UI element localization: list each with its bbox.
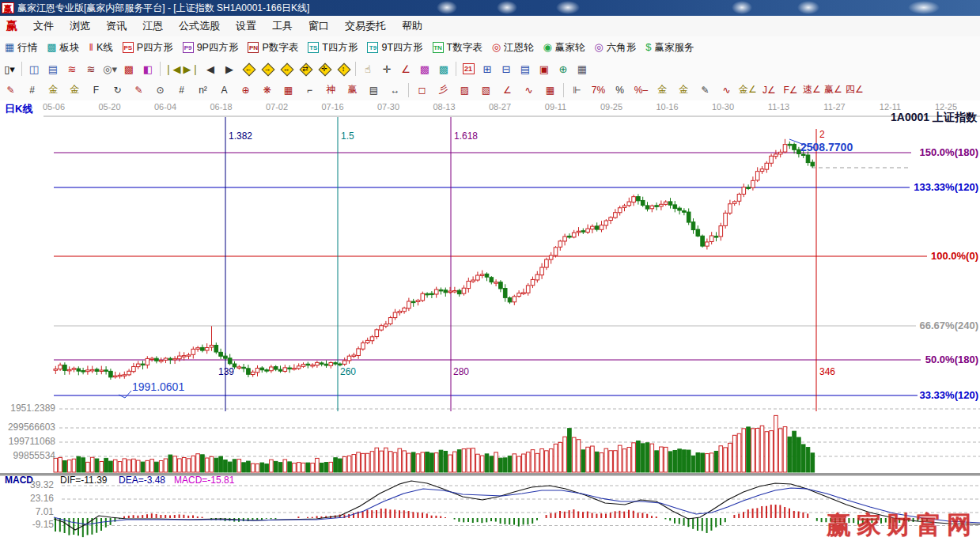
menu-item-0[interactable]: 文件 xyxy=(25,17,62,35)
ying-angle-tool[interactable]: 赢∠ xyxy=(823,81,844,99)
speed-angle-tool[interactable]: 速∠ xyxy=(801,81,823,99)
sectors-button[interactable]: ▩板块 xyxy=(42,38,84,57)
compress-h-icon[interactable]: ⇄ xyxy=(296,60,315,78)
next-bar-icon[interactable]: ▶ xyxy=(220,60,239,78)
date-tick-12: 10-30 xyxy=(707,102,739,112)
grid-calc-icon[interactable]: ⊟ xyxy=(497,60,516,78)
ninep-square-button[interactable]: P99P四方形 xyxy=(178,38,244,57)
expand-h-icon[interactable]: ↔ xyxy=(277,60,296,78)
winner-service-button[interactable]: $赢家服务 xyxy=(641,38,698,57)
gold-angle-tool[interactable]: 金∠ xyxy=(737,81,759,99)
purple-pattern-icon[interactable]: ▩ xyxy=(415,60,434,78)
t-percent-tool[interactable]: 7% xyxy=(588,81,609,99)
ninet-square-button[interactable]: T99T四方形 xyxy=(362,38,427,57)
hash-grid-tool[interactable]: # xyxy=(21,81,43,99)
brush-tool[interactable]: ✎ xyxy=(694,81,716,99)
first-bar-icon[interactable]: ❘◀ xyxy=(163,60,182,78)
stamp-icon[interactable]: ▩ xyxy=(119,60,138,78)
calculator-icon[interactable]: ⊞ xyxy=(478,60,497,78)
low-price-label: 1991.0601 xyxy=(132,381,184,393)
window-title: 赢家江恩专业版[赢家内部服务平台] - [上证指数 SH1A0001-166日K… xyxy=(17,2,309,15)
gann-wheel-button[interactable]: ◎江恩轮 xyxy=(487,38,539,57)
pencil2-tool[interactable]: ✎ xyxy=(128,81,149,99)
angle-a-tool[interactable]: A xyxy=(214,81,235,99)
pattern-window-icon[interactable]: ◫ xyxy=(25,60,44,78)
network-icon[interactable]: ⊕ xyxy=(554,60,573,78)
gold-circle-tool[interactable]: 金 xyxy=(652,81,673,99)
f-angle-tool[interactable]: F∠ xyxy=(780,81,801,99)
capsule-dropdown[interactable]: ◎▾ xyxy=(100,60,119,78)
quotes-button[interactable]: ▦行情 xyxy=(0,38,42,57)
si-angle-tool[interactable]: 四∠ xyxy=(844,81,865,99)
menu-item-9[interactable]: 帮助 xyxy=(394,17,430,35)
save-icon[interactable]: ▣ xyxy=(535,60,554,78)
hash2-tool[interactable]: # xyxy=(171,81,192,99)
date-tick-14: 11-27 xyxy=(819,102,850,112)
ying-tool[interactable]: 赢 xyxy=(342,81,363,99)
ruler-123-tool[interactable]: ▤ xyxy=(363,81,384,99)
spiderweb-tool[interactable]: ❋ xyxy=(256,81,278,99)
winner-wheel-button[interactable]: ◉赢家轮 xyxy=(539,38,590,57)
wave3-icon[interactable]: ≋ xyxy=(62,60,81,78)
notes-icon[interactable]: ▤ xyxy=(516,60,535,78)
vertical-ruler-tool[interactable]: ⊩ xyxy=(566,81,588,99)
protractor-icon[interactable]: ∠ xyxy=(396,60,415,78)
fan-box-tool[interactable]: ▨ xyxy=(454,81,475,99)
angle-line-tool[interactable]: ∠ xyxy=(497,81,518,99)
width-arrow-tool[interactable]: ↔ xyxy=(384,81,406,99)
color-chart-icon[interactable]: ◧ xyxy=(138,60,157,78)
crosshair-icon[interactable]: ✛ xyxy=(377,60,396,78)
gann-133-label: 133.33%(120) xyxy=(914,182,978,193)
t-number-table-button[interactable]: TNT数字表 xyxy=(428,38,487,57)
spiral-tool[interactable]: ↻ xyxy=(107,81,128,99)
remote-pc-icon[interactable]: ▦ xyxy=(573,60,592,78)
j-angle-tool[interactable]: J∠ xyxy=(759,81,780,99)
gold-grid2-tool[interactable]: 金 xyxy=(64,81,85,99)
p-square-button[interactable]: PSP四方形 xyxy=(118,38,178,57)
hand-tool-icon[interactable]: ☝ xyxy=(358,60,377,78)
quote-mark-tool[interactable]: ⌐ xyxy=(299,81,320,99)
kline-button[interactable]: ‖K线 xyxy=(85,38,118,57)
calendar-21-icon[interactable]: 21 xyxy=(459,60,478,78)
fan-lines-tool[interactable]: 彡 xyxy=(433,81,454,99)
menu-item-3[interactable]: 江恩 xyxy=(134,17,171,35)
menu-item-6[interactable]: 工具 xyxy=(264,17,301,35)
pencil-tool[interactable]: ✎ xyxy=(0,81,21,99)
gann-circle-tool[interactable]: ⊙ xyxy=(149,81,171,99)
p-number-table-button[interactable]: PNP数字表 xyxy=(243,38,303,57)
candle-style-dropdown[interactable]: ▯▾ xyxy=(0,60,19,78)
percent-tool[interactable]: % xyxy=(609,81,630,99)
gold-grid-tool[interactable]: 金 xyxy=(43,81,64,99)
f-grid-tool[interactable]: F xyxy=(85,81,107,99)
expand-v-icon[interactable]: ↕ xyxy=(334,60,353,78)
menu-item-8[interactable]: 交易委托 xyxy=(337,17,394,35)
teal-pattern-icon[interactable]: ▩ xyxy=(434,60,453,78)
n-square-tool[interactable]: n² xyxy=(192,81,214,99)
shift-left-icon[interactable]: ← xyxy=(239,60,258,78)
last-bar-icon[interactable]: ▶❘ xyxy=(182,60,201,78)
menu-item-2[interactable]: 资讯 xyxy=(98,17,134,35)
expand-h-icon: ↔ xyxy=(280,62,293,75)
red-grid-tool[interactable]: ▦ xyxy=(539,81,561,99)
wave9-icon[interactable]: ≋ xyxy=(81,60,100,78)
gold-line-tool[interactable]: 金 xyxy=(673,81,694,99)
percent-line-tool[interactable]: %– xyxy=(630,81,652,99)
shen-tool[interactable]: 神 xyxy=(320,81,342,99)
square-select-tool[interactable]: ◻ xyxy=(411,81,433,99)
fan-box2-tool[interactable]: ▧ xyxy=(475,81,497,99)
target-circle-tool[interactable]: ⊕ xyxy=(235,81,256,99)
menu-item-1[interactable]: 浏览 xyxy=(62,17,98,35)
menu-item-5[interactable]: 设置 xyxy=(228,17,264,35)
shift-right-icon[interactable]: → xyxy=(258,60,277,78)
hexagon-button[interactable]: ◎六角形 xyxy=(589,38,641,57)
menu-item-7[interactable]: 窗口 xyxy=(301,17,337,35)
wave-line-tool[interactable]: ∿ xyxy=(518,81,539,99)
menu-item-4[interactable]: 公式选股 xyxy=(171,17,228,35)
web-box-tool[interactable]: ▦ xyxy=(278,81,299,99)
date-tick-3: 06-18 xyxy=(206,102,237,112)
t-square-button[interactable]: TST四方形 xyxy=(303,38,362,57)
prev-bar-icon[interactable]: ◀ xyxy=(201,60,220,78)
center-icon[interactable]: ✛ xyxy=(315,60,334,78)
info-list-icon[interactable]: ▤ xyxy=(44,60,62,78)
wave2-tool[interactable]: ∿ xyxy=(716,81,737,99)
